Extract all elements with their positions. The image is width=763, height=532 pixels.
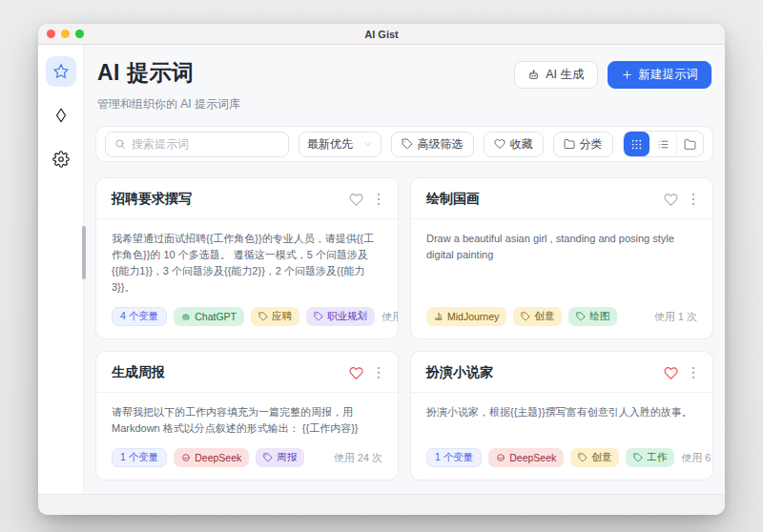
usage-count: 使用 24 次 (334, 451, 382, 465)
page-title: AI 提示词 (97, 58, 240, 88)
sidebar (38, 45, 84, 494)
tag-icon (258, 312, 268, 321)
card-title: 扮演小说家 (426, 364, 493, 381)
gear-icon (52, 151, 70, 168)
prompt-card-grid: 招聘要求撰写 我希望通过面试招聘{{工作角色}}的专业人员，请提供{{工作角色}… (95, 177, 713, 339)
model-tag[interactable]: ChatGPT (174, 307, 244, 326)
new-prompt-button[interactable]: 新建提示词 (608, 61, 712, 89)
favorite-button[interactable] (349, 366, 363, 380)
heart-icon (349, 193, 363, 207)
card-title: 绘制国画 (426, 191, 480, 208)
chevron-down-icon (362, 139, 373, 150)
card-title: 生成周报 (112, 364, 165, 381)
prompt-text: 请帮我把以下的工作内容填充为一篇完整的周报，用 Markdown 格式以分点叙述… (96, 393, 398, 437)
categories-button[interactable]: 分类 (553, 132, 613, 157)
ai-generate-button[interactable]: AI 生成 (514, 61, 597, 89)
tag-icon (314, 312, 323, 321)
view-folder-button[interactable] (676, 132, 703, 156)
more-menu-button[interactable] (375, 193, 383, 207)
list-icon (657, 138, 670, 151)
chatgpt-icon (181, 312, 191, 321)
variable-count-badge[interactable]: 1 个变量 (426, 448, 482, 467)
usage-count: 使用 1 次 (654, 310, 697, 324)
page-header: AI 提示词 管理和组织你的 AI 提示词库 AI 生成 新建提示词 (95, 45, 713, 126)
heart-icon (664, 193, 678, 207)
variable-count-badge[interactable]: 1 个变量 (112, 448, 167, 467)
tag-icon (521, 312, 530, 321)
category-tag[interactable]: 工作 (626, 448, 674, 467)
category-tag[interactable]: 绘图 (568, 307, 617, 326)
plus-icon (621, 69, 633, 81)
midjourney-icon (434, 312, 443, 321)
card-title: 招聘要求撰写 (112, 191, 192, 208)
usage-count: 使用 8 次 (382, 310, 399, 324)
window-title: AI Gist (38, 29, 725, 40)
sort-select[interactable]: 最新优先 (299, 132, 382, 157)
more-menu-button[interactable] (690, 366, 698, 380)
category-tag[interactable]: 创意 (570, 448, 619, 467)
favorite-button[interactable] (664, 193, 678, 207)
heart-icon (494, 138, 505, 150)
variable-count-badge[interactable]: 4 个变量 (112, 307, 167, 326)
view-grid-button[interactable] (624, 132, 650, 156)
prompt-card-grid: 生成周报 请帮我把以下的工作内容填充为一篇完整的周报，用 Markdown 格式… (95, 351, 713, 481)
scrollbar-thumb[interactable] (82, 226, 86, 279)
star-icon (52, 63, 70, 80)
prompt-card[interactable]: 绘制国画 Draw a beautiful asian girl , stand… (410, 177, 713, 339)
prompt-text: 扮演小说家，根据{{主题}}撰写富有创意引人入胜的故事。 (411, 393, 712, 437)
favorite-button[interactable] (349, 193, 363, 207)
model-tag[interactable]: MidJourney (426, 307, 506, 326)
heart-icon (664, 366, 678, 380)
robot-icon (527, 69, 540, 81)
favorite-button[interactable] (664, 366, 678, 380)
category-tag[interactable]: 职业规划 (306, 307, 375, 326)
folder-view-icon (684, 138, 696, 151)
app-window: AI Gist AI 提示词 管理和组织你的 AI 提示词库 (38, 24, 725, 515)
prompt-text: 我希望通过面试招聘{{工作角色}}的专业人员，请提供{{工作角色}}的 10 个… (96, 219, 398, 296)
view-mode-switcher (623, 131, 704, 157)
sidebar-item-cards[interactable] (46, 100, 76, 131)
folder-icon (564, 138, 575, 150)
window-footer (38, 494, 725, 515)
model-tag[interactable]: DeepSeek (488, 448, 564, 467)
tag-icon (576, 312, 586, 321)
main-content: AI 提示词 管理和组织你的 AI 提示词库 AI 生成 新建提示词 (84, 45, 725, 494)
favorites-filter-button[interactable]: 收藏 (484, 132, 544, 157)
advanced-filter-button[interactable]: 高级筛选 (391, 132, 474, 157)
deepseek-icon (181, 453, 191, 462)
category-tag[interactable]: 创意 (513, 307, 562, 326)
prompt-card[interactable]: 招聘要求撰写 我希望通过面试招聘{{工作角色}}的专业人员，请提供{{工作角色}… (95, 177, 399, 339)
sidebar-item-prompts[interactable] (46, 56, 76, 87)
category-tag[interactable]: 周报 (256, 448, 304, 467)
tag-icon (402, 138, 413, 150)
category-tag[interactable]: 应聘 (251, 307, 299, 326)
usage-count: 使用 6 次 (681, 451, 713, 465)
toolbar: 最新优先 高级筛选 收藏 分类 (95, 126, 713, 162)
tag-icon (263, 453, 273, 462)
view-list-button[interactable] (650, 132, 676, 156)
diamond-icon (52, 107, 70, 124)
prompt-card[interactable]: 生成周报 请帮我把以下的工作内容填充为一篇完整的周报，用 Markdown 格式… (95, 351, 399, 481)
tag-icon (578, 453, 588, 462)
search-icon (114, 138, 126, 150)
deepseek-icon (496, 453, 505, 462)
search-input[interactable] (132, 137, 279, 151)
title-bar[interactable]: AI Gist (38, 24, 725, 45)
model-tag[interactable]: DeepSeek (174, 448, 249, 467)
tag-icon (633, 453, 643, 462)
heart-icon (349, 366, 363, 380)
sidebar-item-settings[interactable] (46, 144, 76, 174)
page-subtitle: 管理和组织你的 AI 提示词库 (97, 96, 240, 113)
prompt-card[interactable]: 扮演小说家 扮演小说家，根据{{主题}}撰写富有创意引人入胜的故事。 1 个变量… (410, 351, 713, 481)
search-box[interactable] (105, 132, 289, 157)
prompt-text: Draw a beautiful asian girl , standing a… (411, 219, 712, 296)
grid-icon (630, 138, 643, 151)
more-menu-button[interactable] (690, 193, 698, 207)
desktop: { "window": { "title": "AI Gist" }, "sid… (0, 0, 763, 532)
more-menu-button[interactable] (375, 366, 383, 380)
